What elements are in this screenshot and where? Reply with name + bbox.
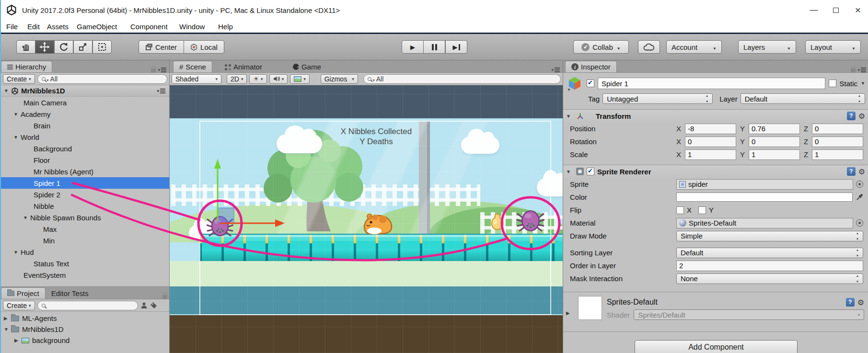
scene-search-input[interactable]: All xyxy=(363,74,561,84)
step-button[interactable]: ▶ xyxy=(445,40,467,54)
gear-icon[interactable] xyxy=(858,167,865,176)
help-icon[interactable] xyxy=(847,167,856,176)
audio-toggle[interactable] xyxy=(269,74,288,84)
material-object-field[interactable]: Sprites-Default xyxy=(676,218,853,228)
tab-game[interactable]: Game xyxy=(287,61,327,72)
hierarchy-item-main-camera[interactable]: Main Camera xyxy=(1,97,169,108)
tab-inspector[interactable]: Inspector xyxy=(565,61,617,72)
position-z-field[interactable]: 0 xyxy=(812,124,863,134)
hierarchy-item-brain[interactable]: Brain xyxy=(1,120,169,131)
expander-closed-icon[interactable] xyxy=(566,310,573,321)
object-picker-icon[interactable] xyxy=(856,181,863,188)
hierarchy-scene-row[interactable]: MrNibbles1D xyxy=(1,85,169,97)
gizmos-dropdown[interactable]: Gizmos xyxy=(321,74,358,84)
expander-open-icon[interactable] xyxy=(566,114,573,119)
hierarchy-search-input[interactable]: All xyxy=(37,74,167,84)
menu-item-edit[interactable]: Edit xyxy=(27,20,40,33)
expander-closed-icon[interactable] xyxy=(4,316,11,321)
layer-dropdown[interactable]: Default xyxy=(741,93,865,104)
flip-x-checkbox[interactable] xyxy=(676,206,684,214)
tab-hierarchy[interactable]: Hierarchy xyxy=(1,61,52,72)
collab-button[interactable]: ✔Collab xyxy=(573,40,629,54)
tab-editor-tests[interactable]: Editor Tests xyxy=(46,287,94,299)
menu-item-help[interactable]: Help xyxy=(218,20,233,33)
scene-menu-icon[interactable] xyxy=(157,89,165,93)
search-by-type-button[interactable] xyxy=(140,302,148,309)
help-icon[interactable] xyxy=(846,298,855,307)
gameobject-name-field[interactable]: Spider 1 xyxy=(598,78,825,89)
panel-menu-icon[interactable] xyxy=(551,68,560,72)
hierarchy-item-max[interactable]: Max xyxy=(1,223,169,235)
tool-rotate-button[interactable] xyxy=(54,40,73,54)
hierarchy-item-academy[interactable]: Academy xyxy=(1,108,169,120)
order-in-layer-field[interactable]: 2 xyxy=(676,261,863,271)
minimize-button[interactable]: — xyxy=(803,0,825,20)
tool-rect-button[interactable] xyxy=(93,40,112,54)
eyedropper-icon[interactable] xyxy=(856,194,863,201)
project-search-input[interactable] xyxy=(37,301,138,310)
hierarchy-item-spider-2[interactable]: Spider 2 xyxy=(1,189,169,200)
project-item-ml-agents[interactable]: ML-Agents xyxy=(1,313,169,324)
hierarchy-item-world[interactable]: World xyxy=(1,131,169,143)
pause-button[interactable] xyxy=(423,40,445,54)
tag-dropdown[interactable]: Untagged xyxy=(602,93,713,104)
hierarchy-item-background[interactable]: Background xyxy=(1,143,169,154)
menu-item-gameobject[interactable]: GameObject xyxy=(77,20,117,33)
move-gizmo[interactable] xyxy=(211,158,292,230)
hierarchy-create-button[interactable]: Create xyxy=(3,74,35,84)
hierarchy-item-mr-nibbles[interactable]: Mr Nibbles (Agent) xyxy=(1,166,169,177)
maximize-button[interactable] xyxy=(825,0,847,20)
lock-icon[interactable] xyxy=(151,68,156,72)
scale-z-field[interactable]: 1 xyxy=(812,149,863,160)
shaded-dropdown[interactable]: Shaded xyxy=(172,74,221,84)
shader-dropdown[interactable]: Sprites/Default▾ xyxy=(634,309,864,320)
layers-dropdown[interactable]: Layers xyxy=(738,40,796,54)
menu-item-file[interactable]: File xyxy=(6,20,18,33)
object-picker-icon[interactable] xyxy=(856,219,863,227)
cloud-button[interactable] xyxy=(638,40,660,54)
sprite-renderer-enabled-checkbox[interactable] xyxy=(587,168,594,175)
tool-move-button[interactable] xyxy=(35,40,54,54)
tab-project[interactable]: Project xyxy=(1,287,46,299)
menu-item-window[interactable]: Window xyxy=(179,20,205,33)
close-button[interactable]: × xyxy=(847,0,868,20)
panel-menu-icon[interactable] xyxy=(158,68,166,72)
gear-icon[interactable] xyxy=(858,112,865,121)
panel-menu-icon[interactable] xyxy=(857,68,866,72)
project-create-button[interactable]: Create xyxy=(3,301,35,310)
expander-open-icon[interactable] xyxy=(4,88,11,93)
hierarchy-item-status-text[interactable]: Status Text xyxy=(1,258,169,269)
expander-open-icon[interactable] xyxy=(566,169,573,174)
flip-y-checkbox[interactable] xyxy=(698,206,706,214)
menu-item-assets[interactable]: Assets xyxy=(47,20,69,33)
hierarchy-item-floor[interactable]: Floor xyxy=(1,154,169,166)
gear-icon[interactable] xyxy=(857,298,864,307)
position-x-field[interactable]: -8 xyxy=(685,124,736,134)
effects-dropdown[interactable] xyxy=(290,74,310,84)
hierarchy-item-hud[interactable]: Hud xyxy=(1,246,169,258)
expander-open-icon[interactable] xyxy=(13,112,21,117)
add-component-button[interactable]: Add Component xyxy=(635,340,798,353)
search-by-label-button[interactable] xyxy=(150,302,157,309)
tool-scale-button[interactable] xyxy=(73,40,93,54)
lighting-toggle[interactable]: ☀ xyxy=(249,74,266,84)
project-item-mrnibbles1d[interactable]: MrNibbles1D xyxy=(1,324,169,335)
position-y-field[interactable]: 0.76 xyxy=(749,124,800,134)
scale-x-field[interactable]: 1 xyxy=(685,149,736,160)
sprite-object-field[interactable]: spider xyxy=(676,179,853,190)
expander-open-icon[interactable] xyxy=(13,250,21,255)
rotation-x-field[interactable]: 0 xyxy=(685,137,736,147)
scene-viewport[interactable]: X Nibbles Collected Y Deaths xyxy=(170,85,563,353)
pivot-local-button[interactable]: Local xyxy=(184,40,224,54)
hierarchy-item-min[interactable]: Min xyxy=(1,235,169,246)
hierarchy-item-nibble-spawn-bounds[interactable]: Nibble Spawn Bounds xyxy=(1,212,169,223)
draw-mode-dropdown[interactable]: Simple xyxy=(676,231,863,241)
expander-closed-icon[interactable] xyxy=(14,338,22,343)
static-checkbox[interactable] xyxy=(829,80,836,87)
rotation-z-field[interactable]: 0 xyxy=(812,137,863,147)
tool-hand-button[interactable] xyxy=(16,40,35,54)
lock-icon[interactable] xyxy=(162,295,167,299)
play-button[interactable]: ▶ xyxy=(402,40,424,54)
tab-scene[interactable]: # Scene xyxy=(173,61,212,72)
expander-open-icon[interactable] xyxy=(4,327,11,332)
